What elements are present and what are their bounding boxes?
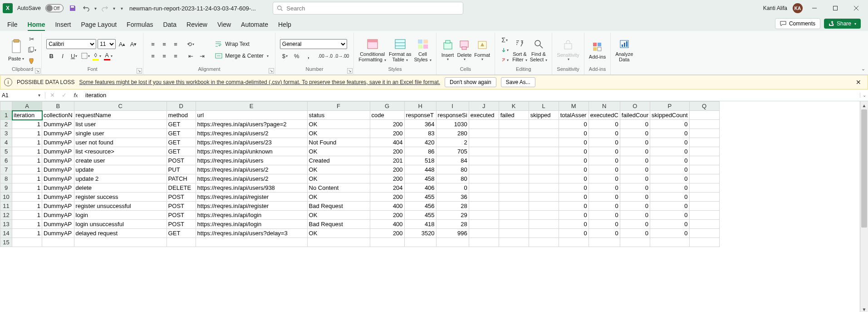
- align-left-button[interactable]: ≡: [148, 51, 158, 61]
- row-head-15[interactable]: 15: [0, 238, 12, 247]
- info-text[interactable]: Some features might be lost if you save …: [79, 79, 440, 85]
- cell[interactable]: delayed request: [74, 229, 167, 238]
- analyze-data-button[interactable]: AnalyzeData: [615, 38, 633, 62]
- insert-cells-button[interactable]: Insert▾: [441, 39, 455, 62]
- col-head-M[interactable]: M: [559, 102, 588, 111]
- cell[interactable]: Bad Request: [307, 220, 370, 229]
- cell[interactable]: [689, 183, 719, 193]
- cell[interactable]: 1: [12, 174, 42, 183]
- cell[interactable]: 0: [650, 211, 690, 220]
- cell[interactable]: 0: [650, 202, 690, 211]
- cell[interactable]: https://reqres.in/api/login: [196, 220, 307, 229]
- cell[interactable]: 1: [12, 211, 42, 220]
- cell[interactable]: 0: [620, 147, 650, 156]
- cell[interactable]: 0: [588, 202, 620, 211]
- tab-automate[interactable]: Automate: [241, 21, 268, 31]
- cell[interactable]: https://reqres.in/api/users/2: [196, 174, 307, 183]
- cell[interactable]: https://reqres.in/api/login: [196, 211, 307, 220]
- cell[interactable]: method: [167, 111, 196, 120]
- cell[interactable]: 1: [12, 193, 42, 202]
- cell[interactable]: [469, 138, 499, 147]
- cell[interactable]: requestName: [74, 111, 167, 120]
- cell[interactable]: 0: [559, 229, 588, 238]
- cell[interactable]: 458: [404, 174, 436, 183]
- cell[interactable]: [404, 238, 436, 247]
- row-head-13[interactable]: 13: [0, 220, 12, 229]
- cell[interactable]: 518: [404, 156, 436, 165]
- cell[interactable]: 996: [436, 229, 469, 238]
- row-head-11[interactable]: 11: [0, 202, 12, 211]
- align-center-button[interactable]: ≡: [159, 51, 169, 61]
- cell[interactable]: [559, 238, 588, 247]
- cell[interactable]: [529, 129, 559, 138]
- col-head-D[interactable]: D: [167, 102, 196, 111]
- name-box[interactable]: ▾: [0, 92, 45, 99]
- cell[interactable]: executedC: [588, 111, 620, 120]
- cell[interactable]: failedCour: [620, 111, 650, 120]
- cell[interactable]: 200: [370, 120, 404, 129]
- border-button[interactable]: ▾: [80, 51, 90, 61]
- cell[interactable]: 364: [404, 120, 436, 129]
- cell[interactable]: 1: [12, 156, 42, 165]
- cell[interactable]: [499, 165, 529, 174]
- tab-formulas[interactable]: Formulas: [127, 21, 153, 31]
- cell[interactable]: responseSi: [436, 111, 469, 120]
- cell-styles-button[interactable]: CellStyles ▾: [414, 38, 432, 63]
- tab-home[interactable]: Home: [28, 21, 45, 31]
- cell[interactable]: 1: [12, 165, 42, 174]
- comma-button[interactable]: ,: [304, 51, 314, 61]
- cell[interactable]: [529, 174, 559, 183]
- scroll-thumb[interactable]: [861, 109, 867, 228]
- col-head-L[interactable]: L: [529, 102, 559, 111]
- cell[interactable]: register success: [74, 193, 167, 202]
- cell[interactable]: 0: [588, 220, 620, 229]
- cell[interactable]: 455: [404, 211, 436, 220]
- cell[interactable]: failed: [499, 111, 529, 120]
- row-head-14[interactable]: 14: [0, 229, 12, 238]
- cell[interactable]: 0: [559, 120, 588, 129]
- document-name[interactable]: newman-run-report-2023-11-24-03-03-47-60…: [129, 5, 256, 12]
- cell[interactable]: 29: [436, 211, 469, 220]
- cell[interactable]: OK: [307, 174, 370, 183]
- addins-button[interactable]: Add-ins: [589, 40, 606, 59]
- clear-button[interactable]: ▾: [500, 55, 510, 64]
- cell[interactable]: executed: [469, 111, 499, 120]
- cell[interactable]: 0: [588, 120, 620, 129]
- cell[interactable]: [588, 238, 620, 247]
- row-head-1[interactable]: 1: [0, 111, 12, 120]
- tab-pagelayout[interactable]: Page Layout: [81, 21, 117, 31]
- cell[interactable]: 0: [559, 165, 588, 174]
- cell[interactable]: [42, 238, 74, 247]
- cell[interactable]: 200: [370, 165, 404, 174]
- cell[interactable]: [650, 238, 690, 247]
- cell[interactable]: [469, 220, 499, 229]
- col-head-K[interactable]: K: [499, 102, 529, 111]
- cell[interactable]: [689, 147, 719, 156]
- cell[interactable]: [529, 229, 559, 238]
- tab-review[interactable]: Review: [186, 21, 207, 31]
- number-format-select[interactable]: General: [280, 39, 347, 49]
- cell[interactable]: 0: [559, 156, 588, 165]
- cell[interactable]: https://reqres.in/api/users/938: [196, 183, 307, 193]
- row-head-2[interactable]: 2: [0, 120, 12, 129]
- redo-more-icon[interactable]: ▾: [113, 6, 115, 11]
- cell[interactable]: [499, 174, 529, 183]
- col-head-I[interactable]: I: [436, 102, 469, 111]
- cell[interactable]: [499, 120, 529, 129]
- cell[interactable]: 448: [404, 165, 436, 174]
- cell[interactable]: login unsuccessful: [74, 220, 167, 229]
- grid-wrapper[interactable]: ABCDEFGHIJKLMNOPQ1iterationcollectionNre…: [0, 101, 860, 312]
- cell[interactable]: 0: [588, 138, 620, 147]
- cell[interactable]: 404: [370, 138, 404, 147]
- cell[interactable]: OK: [307, 129, 370, 138]
- cell[interactable]: [689, 229, 719, 238]
- cell[interactable]: [469, 193, 499, 202]
- cell[interactable]: 280: [436, 129, 469, 138]
- cell[interactable]: [620, 238, 650, 247]
- cell[interactable]: [74, 238, 167, 247]
- enter-formula-button[interactable]: ✓: [59, 90, 69, 100]
- tab-insert[interactable]: Insert: [55, 21, 71, 31]
- close-button[interactable]: [847, 1, 865, 15]
- minimize-button[interactable]: [805, 1, 824, 15]
- cell[interactable]: 80: [436, 165, 469, 174]
